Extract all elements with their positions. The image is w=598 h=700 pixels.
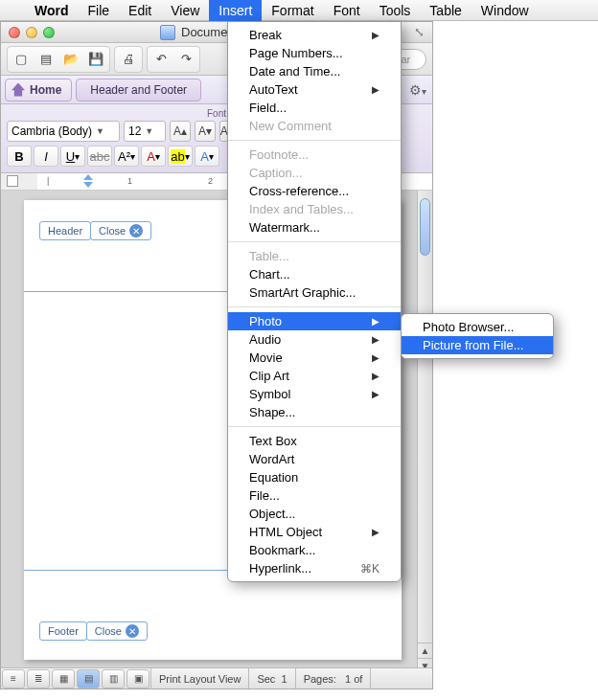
strikethrough-button[interactable]: abc bbox=[87, 146, 112, 167]
menu-edit[interactable]: Edit bbox=[119, 0, 161, 21]
menu-item-label: Watermark... bbox=[249, 220, 320, 235]
menu-item-cross-reference[interactable]: Cross-reference... bbox=[228, 182, 401, 200]
tab-home-label: Home bbox=[30, 83, 61, 97]
print-button[interactable]: 🖨 bbox=[117, 49, 140, 70]
print-layout-view-button[interactable]: ▤ bbox=[77, 669, 100, 689]
menu-separator bbox=[228, 426, 401, 427]
menu-item-label: Table... bbox=[249, 249, 289, 263]
menu-item-page-numbers[interactable]: Page Numbers... bbox=[228, 44, 401, 62]
font-color-button[interactable]: A▾ bbox=[141, 146, 166, 167]
menu-item-hyperlink[interactable]: Hyperlink...⌘K bbox=[228, 559, 401, 577]
traffic-lights bbox=[1, 27, 55, 38]
header-close-button[interactable]: Close ✕ bbox=[90, 221, 151, 240]
templates-button[interactable]: ▤ bbox=[34, 49, 58, 70]
menu-item-date-and-time[interactable]: Date and Time... bbox=[228, 62, 401, 80]
redo-button[interactable]: ↷ bbox=[174, 49, 197, 70]
menu-font[interactable]: Font bbox=[324, 0, 370, 21]
menu-item-label: AutoText bbox=[249, 82, 298, 97]
menu-item-photo[interactable]: Photo▶ bbox=[228, 312, 401, 330]
menu-item-label: Caption... bbox=[249, 166, 303, 180]
tab-selector[interactable] bbox=[7, 175, 18, 187]
menu-item-label: Photo bbox=[249, 314, 282, 328]
menu-item-bookmark[interactable]: Bookmark... bbox=[228, 541, 401, 559]
outline-view-button[interactable]: ≣ bbox=[27, 669, 50, 689]
menu-tools[interactable]: Tools bbox=[370, 0, 421, 21]
shrink-font-button[interactable]: A▾ bbox=[195, 121, 216, 142]
font-name-combo[interactable]: Cambria (Body)▼ bbox=[7, 121, 120, 142]
indent-marker[interactable] bbox=[83, 174, 93, 188]
app-menu[interactable]: Word bbox=[25, 3, 79, 18]
menu-item-label: Hyperlink... bbox=[249, 561, 311, 576]
new-doc-button[interactable]: ▢ bbox=[10, 49, 33, 70]
menu-item-clip-art[interactable]: Clip Art▶ bbox=[228, 367, 401, 385]
photo-submenu: Photo Browser...Picture from File... bbox=[401, 313, 554, 359]
submenu-item-photo-browser[interactable]: Photo Browser... bbox=[402, 318, 553, 336]
scroll-up-icon[interactable]: ▲ bbox=[418, 643, 432, 658]
highlight-button[interactable]: ab▾ bbox=[168, 146, 193, 167]
menu-item-autotext[interactable]: AutoText▶ bbox=[228, 80, 401, 99]
close-window-button[interactable] bbox=[9, 27, 20, 38]
menu-item-shape[interactable]: Shape... bbox=[228, 403, 401, 421]
minimize-window-button[interactable] bbox=[26, 27, 37, 38]
menu-item-label: Cross-reference... bbox=[249, 184, 349, 198]
underline-button[interactable]: U▾ bbox=[60, 146, 85, 167]
scroll-thumb[interactable] bbox=[420, 198, 430, 256]
menu-table[interactable]: Table bbox=[420, 0, 471, 21]
submenu-item-picture-from-file[interactable]: Picture from File... bbox=[402, 336, 553, 354]
menu-item-movie[interactable]: Movie▶ bbox=[228, 349, 401, 367]
menu-item-wordart[interactable]: WordArt bbox=[228, 450, 401, 468]
menu-window[interactable]: Window bbox=[472, 0, 539, 21]
bold-button[interactable]: B bbox=[7, 146, 32, 167]
vertical-scrollbar[interactable]: ▲ ▼ ◉ bbox=[417, 191, 432, 689]
menu-item-footnote: Footnote... bbox=[228, 146, 401, 164]
submenu-arrow-icon: ▶ bbox=[372, 527, 380, 537]
menu-item-symbol[interactable]: Symbol▶ bbox=[228, 385, 401, 403]
undo-button[interactable]: ↶ bbox=[150, 49, 172, 70]
menu-item-watermark[interactable]: Watermark... bbox=[228, 218, 401, 237]
menu-item-field[interactable]: Field... bbox=[228, 99, 401, 117]
open-button[interactable]: 📂 bbox=[59, 49, 82, 70]
menu-view[interactable]: View bbox=[161, 0, 209, 21]
pages-indicator: Pages: 1 of bbox=[296, 668, 372, 689]
tab-header-footer[interactable]: Header and Footer bbox=[76, 79, 201, 102]
footer-close-button[interactable]: Close ✕ bbox=[86, 621, 148, 641]
menu-item-new-comment: New Comment bbox=[228, 117, 401, 135]
tab-home[interactable]: Home bbox=[5, 79, 72, 102]
menu-item-file[interactable]: File... bbox=[228, 486, 401, 505]
menu-item-equation[interactable]: Equation bbox=[228, 468, 401, 486]
menu-item-label: Clip Art bbox=[249, 369, 289, 383]
insert-menu-dropdown: Break▶Page Numbers...Date and Time...Aut… bbox=[227, 21, 402, 582]
submenu-item-label: Picture from File... bbox=[423, 338, 523, 352]
focus-view-button[interactable]: ▣ bbox=[126, 669, 150, 689]
italic-button[interactable]: I bbox=[34, 146, 58, 167]
notebook-view-button[interactable]: ▥ bbox=[102, 669, 125, 689]
menu-item-label: SmartArt Graphic... bbox=[249, 285, 356, 300]
view-name: Print Layout View bbox=[151, 668, 249, 689]
document-proxy-icon[interactable] bbox=[160, 25, 175, 40]
menu-item-html-object[interactable]: HTML Object▶ bbox=[228, 523, 401, 541]
menu-item-break[interactable]: Break▶ bbox=[228, 26, 401, 44]
sub-super-button[interactable]: A²▾ bbox=[114, 146, 139, 167]
font-size-combo[interactable]: 12▼ bbox=[124, 121, 166, 142]
menu-item-label: Index and Tables... bbox=[249, 202, 354, 216]
grow-font-button[interactable]: A▴ bbox=[170, 121, 191, 142]
submenu-arrow-icon: ▶ bbox=[372, 389, 380, 399]
menu-item-audio[interactable]: Audio▶ bbox=[228, 330, 401, 349]
menu-item-chart[interactable]: Chart... bbox=[228, 265, 401, 283]
menu-item-text-box[interactable]: Text Box bbox=[228, 432, 401, 450]
zoom-window-button[interactable] bbox=[43, 27, 55, 38]
text-effects-button[interactable]: A▾ bbox=[195, 146, 219, 167]
ribbon-settings-icon[interactable]: ⚙▾ bbox=[409, 82, 426, 98]
menu-item-caption: Caption... bbox=[228, 164, 401, 182]
menu-item-label: Movie bbox=[249, 350, 283, 365]
save-button[interactable]: 💾 bbox=[84, 49, 107, 70]
menu-item-smartart-graphic[interactable]: SmartArt Graphic... bbox=[228, 283, 401, 302]
menu-file[interactable]: File bbox=[79, 0, 120, 21]
publishing-view-button[interactable]: ▦ bbox=[52, 669, 75, 689]
draft-view-button[interactable]: ≡ bbox=[2, 669, 25, 689]
submenu-item-label: Photo Browser... bbox=[423, 320, 514, 334]
menu-insert[interactable]: Insert bbox=[209, 0, 262, 21]
fullscreen-icon[interactable]: ⤡ bbox=[411, 25, 426, 40]
menu-item-object[interactable]: Object... bbox=[228, 505, 401, 523]
menu-format[interactable]: Format bbox=[262, 0, 323, 21]
